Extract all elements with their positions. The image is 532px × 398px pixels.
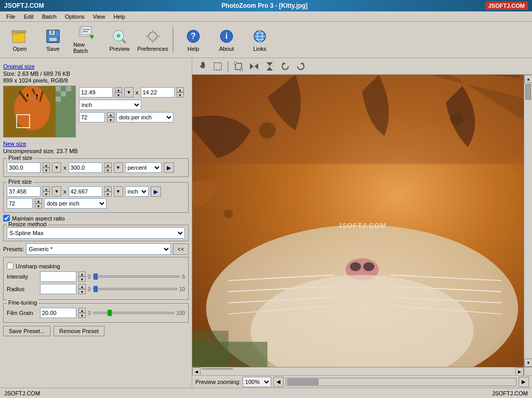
presets-select[interactable]: Generic * Photo Art <box>26 243 171 255</box>
pixel-width-up[interactable]: ▲ <box>43 162 50 168</box>
orig-width-arrow[interactable]: ▼ <box>124 87 134 98</box>
pixel-height-down[interactable]: ▼ <box>104 168 112 173</box>
intensity-spin: ▲ ▼ <box>78 271 86 282</box>
preview-button[interactable]: Preview <box>104 24 135 56</box>
print-height-input[interactable] <box>69 186 102 197</box>
hscroll-thumb[interactable] <box>202 368 233 369</box>
pixel-width-input[interactable] <box>7 162 41 173</box>
orig-res-down[interactable]: ▼ <box>107 117 114 122</box>
pixel-width-arrow[interactable]: ▼ <box>52 162 61 173</box>
print-res-up[interactable]: ▲ <box>35 198 42 203</box>
intensity-track[interactable] <box>93 276 180 278</box>
print-height-down[interactable]: ▼ <box>104 191 112 197</box>
print-unit-select[interactable]: inch cm <box>125 186 149 197</box>
orig-height-input[interactable]: 14.22 <box>141 87 175 98</box>
menu-options[interactable]: Options <box>61 12 89 21</box>
menu-view[interactable]: View <box>89 12 110 21</box>
radius-input[interactable] <box>40 284 76 294</box>
save-button[interactable]: Save <box>37 24 69 56</box>
orig-res-input[interactable] <box>79 112 105 122</box>
flip-h-tool[interactable] <box>247 60 261 73</box>
presets-collapse-btn[interactable]: << <box>173 243 189 255</box>
about-button[interactable]: i About <box>211 24 242 56</box>
print-height-arrow[interactable]: ▼ <box>114 186 123 197</box>
pixel-size-label: Pixel size <box>7 155 34 161</box>
radius-thumb[interactable] <box>94 286 98 292</box>
print-width-input[interactable] <box>7 186 41 197</box>
menu-edit[interactable]: Edit <box>20 12 38 21</box>
zoom-scrollbar[interactable] <box>286 378 516 386</box>
orig-width-down[interactable]: ▼ <box>115 92 122 98</box>
print-width-arrow[interactable]: ▼ <box>52 186 61 197</box>
orig-height-up[interactable]: ▲ <box>177 87 184 92</box>
orig-width-input[interactable]: 12.49 <box>79 87 113 98</box>
pixel-width-down[interactable]: ▼ <box>43 168 50 173</box>
pixel-height-arrow[interactable]: ▼ <box>114 162 123 173</box>
zoom-next-btn[interactable]: ▶ <box>518 377 529 387</box>
preferences-button[interactable]: Preferences <box>137 24 168 56</box>
help-button[interactable]: ? Help <box>178 24 209 56</box>
orig-res-unit-select[interactable]: dots per inch dots per cm <box>116 112 174 122</box>
svg-rect-44 <box>56 86 61 91</box>
print-apply-btn[interactable]: ▶ <box>151 186 161 197</box>
zoom-prev-btn[interactable]: ◀ <box>273 377 284 387</box>
orig-width-up[interactable]: ▲ <box>115 87 122 92</box>
hscroll-left-btn[interactable]: ◀ <box>192 367 201 375</box>
pixel-unit-select[interactable]: percent pixels cm inch <box>125 162 162 173</box>
print-height-up[interactable]: ▲ <box>104 186 112 191</box>
orig-unit-select[interactable]: inch cm pixels <box>79 100 141 110</box>
menu-batch[interactable]: Batch <box>38 12 61 21</box>
remove-preset-btn[interactable]: Remove Preset <box>54 326 104 336</box>
film-grain-up[interactable]: ▲ <box>78 308 86 313</box>
vscroll-down-btn[interactable]: ▼ <box>524 359 532 367</box>
zoom-scroll-thumb[interactable] <box>287 379 318 385</box>
film-grain-track[interactable] <box>93 312 175 314</box>
radius-down[interactable]: ▼ <box>78 289 86 294</box>
resize-method-select[interactable]: S-Spline Max S-Spline Bicubic Bilinear L… <box>7 227 185 239</box>
pixel-apply-btn[interactable]: ▶ <box>164 162 174 173</box>
print-res-down[interactable]: ▼ <box>35 203 42 209</box>
vscroll-track[interactable] <box>524 83 532 359</box>
orig-height-down[interactable]: ▼ <box>177 92 184 98</box>
menu-file[interactable]: File <box>2 12 20 21</box>
resolution-row: ▲ ▼ dots per inch dots per cm <box>79 112 189 122</box>
menu-help[interactable]: Help <box>109 12 129 21</box>
orig-res-up[interactable]: ▲ <box>107 112 114 117</box>
new-batch-label: New Batch <box>73 42 99 54</box>
crop-tool[interactable] <box>232 60 245 73</box>
save-preset-btn[interactable]: Save Preset... <box>3 326 50 336</box>
marquee-tool[interactable] <box>211 60 224 73</box>
hscroll-track[interactable] <box>201 367 515 375</box>
rotate-cw-tool[interactable] <box>294 60 308 73</box>
film-grain-down[interactable]: ▼ <box>78 313 86 318</box>
flip-v-tool[interactable] <box>263 60 276 73</box>
new-size-title[interactable]: New size <box>3 141 189 147</box>
vscroll-up-btn[interactable]: ▲ <box>524 75 532 83</box>
intensity-down[interactable]: ▼ <box>78 277 86 282</box>
print-res-input[interactable] <box>7 198 33 209</box>
svg-marker-54 <box>255 63 258 70</box>
radius-up[interactable]: ▲ <box>78 284 86 289</box>
pixel-height-input[interactable] <box>69 162 102 173</box>
links-button[interactable]: Links <box>244 24 275 56</box>
original-size-title[interactable]: Original size <box>3 63 189 70</box>
hand-tool[interactable] <box>195 60 209 73</box>
film-grain-thumb[interactable] <box>108 310 112 316</box>
rotate-ccw-tool[interactable] <box>278 60 292 73</box>
unsharp-section: Unsharp masking Intensity ▲ ▼ 0 5 Ra <box>3 257 189 300</box>
intensity-up[interactable]: ▲ <box>78 271 86 277</box>
film-grain-input[interactable] <box>40 308 76 318</box>
radius-track[interactable] <box>93 288 177 290</box>
vscroll-thumb[interactable] <box>525 84 531 100</box>
print-width-up[interactable]: ▲ <box>43 186 50 191</box>
zoom-select[interactable]: 25% 50% 75% 100% 150% 200% <box>243 377 271 387</box>
intensity-input[interactable] <box>40 271 76 282</box>
hscroll-right-btn[interactable]: ▶ <box>515 367 524 375</box>
pixel-height-up[interactable]: ▲ <box>104 162 112 168</box>
intensity-thumb[interactable] <box>94 273 98 280</box>
print-res-unit-select[interactable]: dots per inch dots per cm <box>44 198 107 209</box>
print-width-down[interactable]: ▼ <box>43 191 50 197</box>
unsharp-checkbox[interactable] <box>7 263 14 269</box>
new-batch-button[interactable]: New Batch <box>71 24 102 56</box>
open-button[interactable]: Open <box>4 24 35 56</box>
